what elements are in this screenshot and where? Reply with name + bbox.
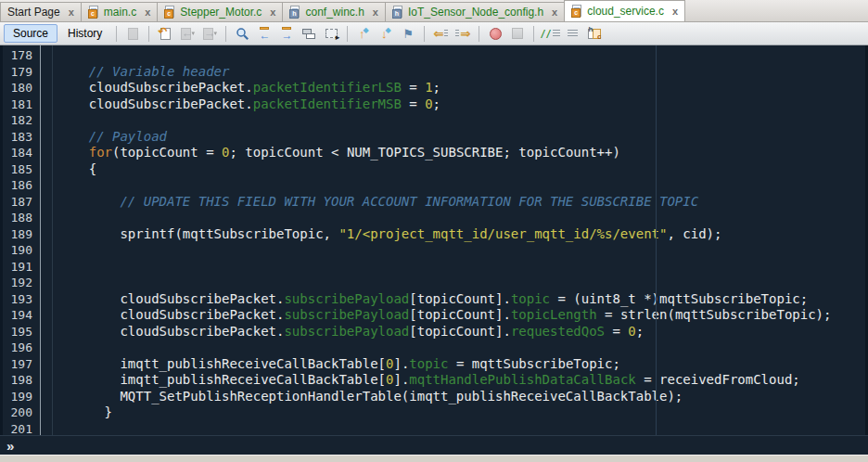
history-view-button[interactable]: History <box>59 25 110 42</box>
line-number[interactable]: 179 <box>0 64 32 81</box>
line-number[interactable]: 188 <box>0 210 32 226</box>
line-number[interactable]: 199 <box>0 389 32 405</box>
code-line[interactable] <box>57 259 868 276</box>
line-number[interactable]: 184 <box>0 145 32 161</box>
horizontal-scrollbar[interactable] <box>0 455 868 462</box>
tab-iot-sensor-node-config-h[interactable]: hIoT_Sensor_Node_config.hx <box>385 2 565 21</box>
code-segment-fld: subscribePayload <box>284 291 409 306</box>
line-number[interactable]: 197 <box>0 356 32 373</box>
tab-close-icon[interactable]: x <box>69 7 74 17</box>
uncomment-icon[interactable] <box>562 24 582 43</box>
code-segment-pln: { <box>57 161 96 176</box>
code-line[interactable]: cloudSubscribePacket.packetIdentifierLSB… <box>57 80 868 96</box>
line-number[interactable]: 187 <box>0 194 32 211</box>
toggle-highlight-icon[interactable] <box>299 24 319 43</box>
code-line[interactable] <box>57 47 868 64</box>
source-view-button[interactable]: Source <box>4 24 57 43</box>
comment-icon[interactable]: // <box>540 24 560 43</box>
code-segment-fld: subscribePayload <box>284 324 409 339</box>
line-number[interactable]: 182 <box>0 112 32 129</box>
code-line[interactable]: for(topicCount = 0; topicCount < NUM_TOP… <box>57 145 868 161</box>
line-number[interactable]: 196 <box>0 340 32 356</box>
code-line[interactable]: { <box>57 161 868 178</box>
tab-conf-winc-h[interactable]: hconf_winc.hx <box>282 2 386 21</box>
line-number[interactable]: 195 <box>0 324 32 340</box>
code-segment-pln: cloudSubscribePacket. <box>57 96 253 111</box>
code-line[interactable]: imqtt_publishReceiveCallBackTable[0].mqt… <box>57 372 868 389</box>
tab-stepper-motor-c[interactable]: cStepper_Motor.cx <box>157 2 283 21</box>
code-line[interactable]: // Variable header <box>57 64 868 81</box>
code-editor[interactable]: 1781791801811821831841851861871881891901… <box>0 45 868 435</box>
toggle-bookmark-icon[interactable]: ⚑ <box>398 24 418 43</box>
tab-close-icon[interactable]: x <box>672 6 678 16</box>
tab-close-icon[interactable]: x <box>373 7 378 17</box>
code-line[interactable]: // UPDATE THIS FIELD WITH YOUR ACCOUNT I… <box>57 194 868 211</box>
code-line[interactable] <box>57 112 868 129</box>
line-number[interactable]: 194 <box>0 307 32 324</box>
code-line[interactable]: cloudSubscribePacket.subscribePayload[to… <box>57 324 868 340</box>
code-segment-pln: imqtt_publishReceiveCallBackTable[ <box>57 372 386 387</box>
code-line[interactable] <box>57 340 868 356</box>
line-number[interactable]: 193 <box>0 291 32 308</box>
line-number[interactable]: 181 <box>0 96 32 113</box>
breadcrumb-bar: » <box>0 435 868 455</box>
code-line[interactable] <box>57 177 868 194</box>
code-segment-pln: cloudSubscribePacket. <box>57 80 253 95</box>
stop-macro-recording-icon <box>507 24 528 43</box>
code-segment-pln: cloudSubscribePacket. <box>57 291 284 306</box>
code-line[interactable]: cloudSubscribePacket.packetIdentifierMSB… <box>57 96 868 113</box>
code-segment-pln: = strlen(mqttSubscribeTopic); <box>597 307 832 322</box>
find-selection-icon[interactable] <box>232 24 252 43</box>
line-number[interactable]: 183 <box>0 129 32 146</box>
find-previous-icon[interactable]: ← <box>254 24 274 43</box>
code-line[interactable] <box>57 421 868 436</box>
c-file-icon: c <box>164 6 176 19</box>
breadcrumb-expand-chevron[interactable]: » <box>6 439 14 453</box>
line-number[interactable]: 201 <box>0 421 32 436</box>
next-bookmark-icon[interactable]: ↓◆ <box>376 24 396 43</box>
toolbar-separator <box>479 26 479 42</box>
line-number[interactable]: 189 <box>0 226 32 243</box>
tab-main-c[interactable]: cmain.cx <box>81 2 158 21</box>
previous-bookmark-icon[interactable]: ↑◆ <box>353 24 374 43</box>
code-line[interactable] <box>57 242 868 259</box>
code-line[interactable]: // Payload <box>57 129 868 146</box>
code-segment-pln: cloudSubscribePacket. <box>57 307 284 322</box>
find-next-icon[interactable]: → <box>276 24 297 43</box>
back-icon: ←▾ <box>177 24 198 43</box>
shift-left-icon[interactable]: ⇐ <box>430 24 451 43</box>
line-number[interactable]: 190 <box>0 242 32 259</box>
shift-right-icon[interactable]: ⇒ <box>453 24 473 43</box>
line-number[interactable]: 192 <box>0 275 32 291</box>
code-line[interactable]: imqtt_publishReceiveCallBackTable[0].top… <box>57 356 868 373</box>
code-segment-pln: = mqttSubscribeTopic; <box>448 356 619 371</box>
code-folding-margin[interactable] <box>41 45 53 435</box>
code-line[interactable]: cloudSubscribePacket.subscribePayload[to… <box>57 307 868 324</box>
code-line[interactable] <box>57 210 868 226</box>
tab-cloud-service-c[interactable]: ccloud_service.cx <box>564 0 685 21</box>
code-segment-pln: = receivedFromCloud; <box>636 372 800 387</box>
tab-close-icon[interactable]: x <box>145 7 150 17</box>
line-number-gutter[interactable]: 1781791801811821831841851861871881891901… <box>0 45 41 435</box>
line-number[interactable]: 180 <box>0 80 32 96</box>
rectangular-selection-icon[interactable]: ▸ <box>321 24 341 43</box>
code-line[interactable] <box>57 275 868 291</box>
tab-close-icon[interactable]: x <box>270 7 275 17</box>
code-line[interactable]: } <box>57 404 868 421</box>
code-line[interactable]: sprintf(mqttSubscribeTopic, "1/<project_… <box>57 226 868 243</box>
code-segment-fld: mqttHandlePublishDataCallBack <box>409 372 635 387</box>
last-edit-icon[interactable]: ↶ <box>155 24 175 43</box>
tab-start-page[interactable]: Start Pagex <box>0 2 82 21</box>
code-line[interactable]: cloudSubscribePacket.subscribePayload[to… <box>57 291 868 308</box>
line-number[interactable]: 191 <box>0 259 32 276</box>
start-macro-recording-icon[interactable] <box>485 24 505 43</box>
line-number[interactable]: 178 <box>0 47 32 64</box>
go-to-header-source-icon[interactable]: hc <box>584 24 605 43</box>
tab-close-icon[interactable]: x <box>552 7 557 17</box>
line-number[interactable]: 198 <box>0 372 32 389</box>
line-number[interactable]: 185 <box>0 161 32 178</box>
code-line[interactable]: MQTT_SetPublishReceptionHandlerTable(imq… <box>57 389 868 405</box>
code-area[interactable]: // Variable header cloudSubscribePacket.… <box>53 45 868 435</box>
line-number[interactable]: 200 <box>0 404 32 421</box>
line-number[interactable]: 186 <box>0 177 32 194</box>
